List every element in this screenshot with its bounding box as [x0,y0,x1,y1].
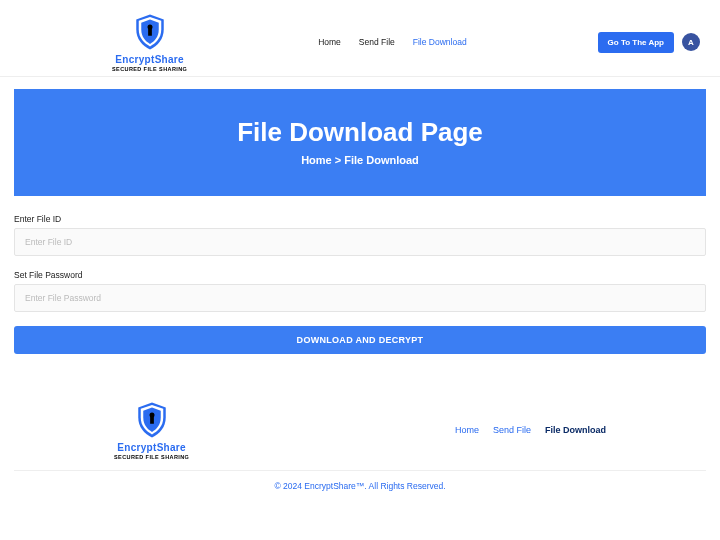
file-password-label: Set File Password [14,270,706,280]
footer-top: EncryptShare SECURED FILE SHARING Home S… [14,394,706,471]
hero-banner: File Download Page Home > File Download [14,89,706,196]
breadcrumb: Home > File Download [14,154,706,166]
main-nav: Home Send File File Download [318,37,466,47]
footer: EncryptShare SECURED FILE SHARING Home S… [0,394,720,501]
avatar[interactable]: A [682,33,700,51]
shield-icon [130,12,170,52]
brand-tagline: SECURED FILE SHARING [114,454,189,460]
breadcrumb-current: File Download [344,154,419,166]
page-title: File Download Page [14,117,706,148]
breadcrumb-home[interactable]: Home [301,154,332,166]
header-actions: Go To The App A [598,32,700,53]
copyright: © 2024 EncryptShare™. All Rights Reserve… [14,471,706,501]
file-password-input[interactable] [14,284,706,312]
footer-nav-send-file[interactable]: Send File [493,425,531,435]
footer-nav: Home Send File File Download [455,425,606,435]
brand-tagline: SECURED FILE SHARING [112,66,187,72]
header: EncryptShare SECURED FILE SHARING Home S… [0,0,720,77]
brand-name: EncryptShare [117,442,186,453]
file-id-input[interactable] [14,228,706,256]
brand-name: EncryptShare [115,54,184,65]
download-decrypt-button[interactable]: DOWNLOAD AND DECRYPT [14,326,706,354]
logo[interactable]: EncryptShare SECURED FILE SHARING [112,12,187,72]
breadcrumb-separator: > [335,154,341,166]
go-to-app-button[interactable]: Go To The App [598,32,674,53]
file-id-label: Enter File ID [14,214,706,224]
footer-logo[interactable]: EncryptShare SECURED FILE SHARING [114,400,189,460]
footer-nav-file-download[interactable]: File Download [545,425,606,435]
nav-home[interactable]: Home [318,37,341,47]
svg-point-3 [149,413,154,418]
nav-send-file[interactable]: Send File [359,37,395,47]
shield-icon [132,400,172,440]
nav-file-download[interactable]: File Download [413,37,467,47]
svg-point-1 [147,25,152,30]
footer-nav-home[interactable]: Home [455,425,479,435]
download-form: Enter File ID Set File Password DOWNLOAD… [0,196,720,354]
